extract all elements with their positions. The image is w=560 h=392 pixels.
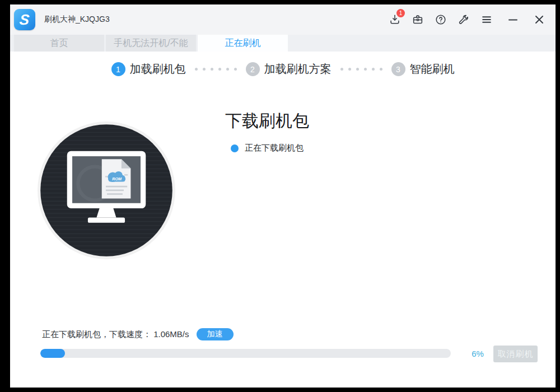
- rom-label: ROM: [112, 176, 122, 181]
- help-icon: [435, 13, 447, 26]
- screen: { "app": { "title": "刷机大神_KJQJG3", "logo…: [0, 0, 560, 392]
- wrench-icon: [458, 13, 470, 26]
- step-load-package: 1 加载刷机包: [111, 62, 186, 77]
- close-button[interactable]: [532, 12, 547, 27]
- step-load-plan: 2 加载刷机方案: [246, 62, 332, 77]
- help-button[interactable]: [433, 12, 448, 27]
- app-logo-icon: S: [14, 9, 35, 30]
- main-content: 1 加载刷机包 2 加载刷机方案 3 智能刷机: [10, 52, 556, 388]
- current-task-label: 正在下载刷机包: [245, 143, 304, 153]
- download-status-text: 正在下载刷机包，下载速度： 1.06MB/s: [42, 329, 189, 340]
- app-title: 刷机大神_KJQJG3: [44, 15, 110, 25]
- step-label: 智能刷机: [410, 62, 455, 77]
- download-manager-button[interactable]: 1: [388, 12, 402, 27]
- menu-icon: [480, 13, 493, 26]
- close-icon: [533, 13, 546, 26]
- progress-fill: [40, 349, 65, 358]
- toolbox-icon: [412, 13, 424, 26]
- cancel-flash-button[interactable]: 取消刷机: [493, 346, 538, 362]
- hero-text: 下载刷机包 正在下载刷机包: [203, 110, 332, 153]
- tab-home[interactable]: 首页: [14, 35, 104, 52]
- progress-percent: 6%: [465, 349, 490, 358]
- tab-phone-wont-boot[interactable]: 手机无法开机/不能: [106, 35, 196, 52]
- step-number: 1: [111, 62, 125, 76]
- step-connector-dots: [195, 68, 237, 71]
- step-label: 加载刷机方案: [264, 62, 332, 77]
- app-window: S 刷机大神_KJQJG3 1: [10, 4, 556, 388]
- step-number: 2: [246, 62, 260, 76]
- progress-bar: [40, 349, 451, 358]
- step-label: 加载刷机包: [130, 62, 186, 77]
- minimize-button[interactable]: [506, 12, 520, 27]
- step-indicator: 1 加载刷机包 2 加载刷机方案 3 智能刷机: [10, 62, 556, 77]
- settings-button[interactable]: [456, 12, 471, 27]
- notification-badge: 1: [396, 9, 405, 17]
- step-number: 3: [391, 62, 405, 76]
- accelerate-button[interactable]: 加速: [197, 328, 234, 340]
- toolbox-button[interactable]: [410, 12, 425, 27]
- download-illustration: ROM: [37, 121, 176, 260]
- step-connector-dots: [340, 68, 382, 71]
- titlebar: S 刷机大神_KJQJG3 1: [10, 4, 556, 35]
- status-dot-icon: [231, 144, 239, 152]
- current-task-row: 正在下载刷机包: [203, 143, 332, 153]
- rom-file-icon: ROM: [102, 159, 131, 198]
- tab-flashing[interactable]: 正在刷机: [198, 35, 288, 52]
- tabbar: 首页 手机无法开机/不能 正在刷机: [10, 35, 556, 52]
- main-menu-button[interactable]: [479, 12, 494, 27]
- minimize-icon: [506, 13, 520, 26]
- titlebar-actions: 1: [388, 12, 547, 27]
- app-logo-letter: S: [19, 12, 30, 27]
- step-smart-flash: 3 智能刷机: [391, 62, 455, 77]
- download-status-row: 正在下载刷机包，下载速度： 1.06MB/s 加速: [42, 328, 234, 340]
- page-title: 下载刷机包: [203, 110, 332, 133]
